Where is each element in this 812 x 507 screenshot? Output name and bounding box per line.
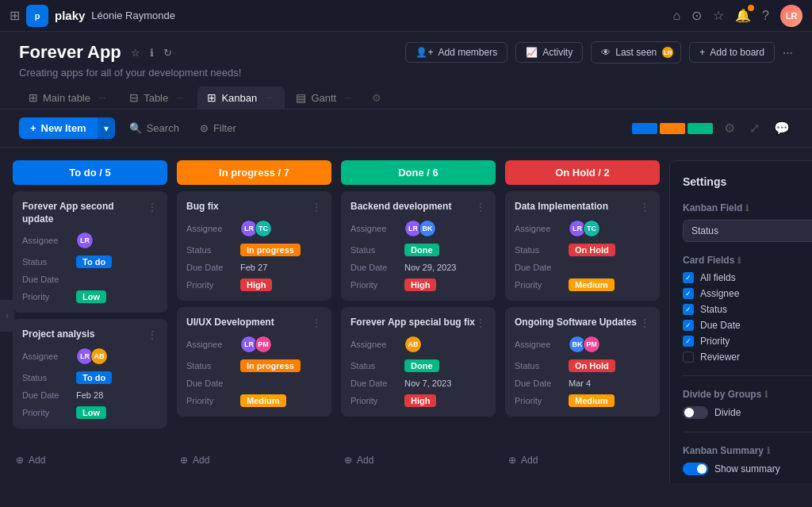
card-priority-field: Priority Medium [186, 394, 322, 407]
kanban-field-select[interactable]: Status ▾ [683, 220, 812, 242]
kanban-field-info-icon: ℹ [745, 203, 749, 213]
card-backend-development[interactable]: Backend development ⋮ Assignee LR BK Sta… [341, 191, 496, 301]
avatar-group: LR TC [569, 220, 597, 237]
info-icon[interactable]: ℹ [150, 47, 154, 59]
app-subtitle: Creating apps for all of your developmen… [19, 67, 793, 79]
checkbox-status[interactable]: ✓ Status [683, 304, 812, 315]
add-todo-button[interactable]: ⊕ Add [13, 450, 167, 471]
main-table-more[interactable]: ··· [95, 93, 109, 102]
card-more-icon[interactable]: ⋮ [147, 201, 158, 213]
card-ongoing-software-updates[interactable]: Ongoing Software Updates ⋮ Assignee BK P… [505, 307, 660, 417]
bell-icon[interactable]: 🔔 [735, 8, 751, 23]
view-settings-icon[interactable]: ⚙ [372, 92, 381, 104]
nav-user: Léonie Raymonde [91, 10, 666, 21]
card-more-icon[interactable]: ⋮ [639, 317, 650, 329]
card-forever-app-bug-fix[interactable]: Forever App special bug fix ⋮ Assignee A… [341, 307, 496, 417]
nav-logo-text: plaky [55, 9, 85, 22]
col-header-done[interactable]: Done / 6 [341, 160, 496, 185]
card-data-implementation[interactable]: Data Implementation ⋮ Assignee LR TC Sta… [505, 191, 660, 301]
priority-badge: Low [76, 406, 106, 419]
add-onhold-button[interactable]: ⊕ Add [505, 450, 660, 471]
fullscreen-icon[interactable]: ⤢ [746, 117, 763, 139]
checkbox-due-date[interactable]: ✓ Due Date [683, 320, 812, 331]
show-summary-toggle[interactable] [683, 463, 708, 475]
checkbox-priority[interactable]: ✓ Priority [683, 336, 812, 347]
home-icon[interactable]: ⌂ [672, 9, 680, 23]
checkbox-all-fields[interactable]: ✓ All fields [683, 272, 812, 283]
refresh-icon[interactable]: ↻ [163, 47, 172, 59]
search-icon: 🔍 [129, 122, 142, 134]
card-assignee-field: Assignee BK PM [515, 336, 650, 353]
col-header-inprogress[interactable]: In progress / 7 [177, 160, 331, 185]
last-seen-icon: 👁 [601, 47, 611, 58]
grid-icon[interactable]: ⊞ [10, 8, 20, 23]
tab-table[interactable]: ⊟ Table ··· [120, 86, 196, 109]
collapse-arrow[interactable]: › [0, 300, 14, 332]
priority-label: Priority [22, 408, 70, 417]
checkbox-icon[interactable] [683, 351, 694, 363]
card-duedate-field: Due Date Feb 28 [22, 390, 158, 400]
avatar: PM [255, 336, 272, 353]
card-project-analysis[interactable]: Project analysis ⋮ Assignee LR AB Status… [13, 319, 167, 428]
checkbox-icon[interactable]: ✓ [683, 272, 694, 283]
status-label: Status [515, 361, 562, 371]
add-done-button[interactable]: ⊕ Add [341, 450, 496, 471]
settings-view-icon[interactable]: ⚙ [721, 117, 738, 139]
col-cards-onhold: Data Implementation ⋮ Assignee LR TC Sta… [505, 191, 660, 444]
table-more[interactable]: ··· [173, 93, 186, 102]
gantt-more[interactable]: ··· [341, 93, 354, 102]
star-favorite-icon[interactable]: ☆ [131, 47, 140, 59]
card-priority-field: Priority High [186, 278, 322, 291]
card-title: UI/UX Development [186, 317, 274, 329]
card-more-icon[interactable]: ⋮ [475, 201, 486, 213]
checkbox-assignee[interactable]: ✓ Assignee [683, 288, 812, 299]
card-uiux-development[interactable]: UI/UX Development ⋮ Assignee LR PM Statu… [177, 307, 331, 417]
filter-action[interactable]: ⊜ Filter [193, 119, 243, 137]
add-to-board-button[interactable]: + Add to board [689, 42, 775, 63]
card-more-icon[interactable]: ⋮ [147, 328, 158, 341]
checkbox-icon[interactable]: ✓ [683, 288, 694, 299]
assignee-label: Assignee [186, 340, 234, 349]
col-header-todo[interactable]: To do / 5 [13, 160, 167, 185]
activity-button[interactable]: 📈 Activity [515, 42, 583, 63]
card-bug-fix[interactable]: Bug fix ⋮ Assignee LR TC Status In progr… [177, 191, 331, 301]
add-members-button[interactable]: 👤+ Add members [405, 42, 508, 63]
card-more-icon[interactable]: ⋮ [639, 201, 650, 213]
card-more-icon[interactable]: ⋮ [311, 201, 322, 213]
avatar: BK [419, 220, 436, 237]
tab-gantt[interactable]: ▤ Gantt ··· [286, 86, 364, 109]
toggle-thumb [684, 408, 694, 417]
card-forever-app-second-update[interactable]: Forever App second update ⋮ Assignee LR … [13, 191, 167, 313]
last-seen-button[interactable]: 👁 Last seen LR [591, 41, 681, 63]
checkbox-icon[interactable]: ✓ [683, 304, 694, 315]
new-item-button[interactable]: + New Item [19, 117, 98, 139]
priority-label: Priority [22, 292, 70, 302]
help-icon[interactable]: ? [762, 9, 769, 23]
card-more-icon[interactable]: ⋮ [475, 317, 486, 329]
avatar-group: AB [404, 336, 419, 353]
divide-by-groups-label: Divide by Groups ℹ [683, 389, 812, 400]
checkbox-icon[interactable]: ✓ [683, 320, 694, 331]
legend-inprogress-bar [660, 123, 685, 134]
star-icon[interactable]: ☆ [713, 8, 724, 23]
tab-kanban[interactable]: ⊞ Kanban ··· [197, 86, 285, 109]
tab-main-table[interactable]: ⊞ Main table ··· [19, 86, 118, 109]
add-inprogress-button[interactable]: ⊕ Add [177, 450, 331, 471]
robot-icon[interactable]: ⊙ [691, 8, 702, 23]
kanban-icon: ⊞ [207, 91, 216, 104]
divide-toggle[interactable] [683, 406, 708, 419]
col-header-onhold[interactable]: On Hold / 2 [505, 160, 660, 185]
chat-icon[interactable]: 💬 [771, 117, 793, 139]
column-done: Done / 6 Backend development ⋮ Assignee … [341, 160, 496, 471]
checkbox-icon[interactable]: ✓ [683, 336, 694, 347]
checkbox-reviewer[interactable]: Reviewer [683, 351, 812, 363]
user-avatar[interactable]: LR [780, 5, 802, 27]
kanban-more[interactable]: ··· [262, 93, 275, 102]
search-action[interactable]: 🔍 Search [123, 119, 186, 137]
header-more-icon[interactable]: ⋯ [783, 47, 793, 59]
status-badge: To do [76, 255, 112, 268]
new-item-caret[interactable]: ▾ [98, 117, 115, 139]
card-status-field: Status On Hold [515, 359, 650, 372]
status-label: Status [22, 257, 70, 267]
card-more-icon[interactable]: ⋮ [311, 317, 322, 329]
